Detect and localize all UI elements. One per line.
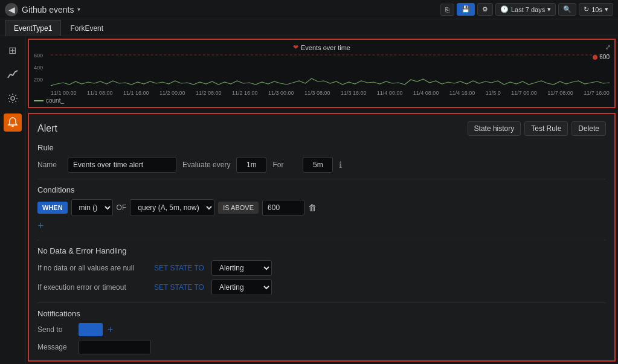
gear-icon: ⚙ [482, 5, 488, 13]
notification-tag [79, 323, 103, 336]
tabs-row: EventType1 ForkEvent [0, 19, 618, 36]
for-input[interactable] [303, 157, 333, 173]
sidebar-icon-bell[interactable] [4, 113, 22, 132]
save-icon: 💾 [462, 5, 470, 13]
conditions-section: Conditions WHEN min () OF query (A, 5m, … [37, 185, 606, 232]
chart-header: ❤ Events over time [34, 43, 610, 51]
chart-body: 600 400 200 600 [34, 53, 610, 89]
message-label: Message [37, 343, 74, 351]
is-above-tag: IS ABOVE [218, 202, 259, 214]
delete-condition-icon[interactable]: 🗑 [308, 203, 317, 212]
no-data-section: No Data & Error Handling If no data or a… [37, 246, 606, 295]
state-select-1[interactable]: Alerting [211, 260, 272, 276]
chart-panel: ❤ Events over time ⤢ 600 400 200 [28, 39, 616, 108]
svg-point-0 [11, 97, 14, 100]
evaluate-label: Evaluate every [182, 161, 230, 169]
state-history-button[interactable]: State history [468, 121, 521, 136]
sidebar-icon-chart[interactable] [4, 65, 22, 83]
refresh-button[interactable]: ↻ 10s ▾ [579, 3, 613, 16]
sidebar: ⊞ [0, 36, 25, 364]
dashboard-title: Github events [22, 5, 74, 14]
time-range-label: Last 7 days [511, 6, 545, 13]
alert-panel: Alert State history Test Rule Delete Rul… [28, 113, 616, 362]
top-bar-left: ◀ Github events ▾ [5, 3, 80, 16]
add-condition-button[interactable]: + [37, 220, 44, 232]
notifications-section: Notifications Send to + Message [37, 309, 606, 354]
threshold-dot [593, 55, 597, 60]
set-state-label-2: SET STATE TO [154, 283, 204, 292]
no-data-text-1: If no data or all values are null [37, 264, 149, 272]
tab-fork-event[interactable]: ForkEvent [61, 20, 112, 36]
query-select[interactable]: query (A, 5m, now) [130, 199, 214, 216]
message-input[interactable] [79, 340, 151, 354]
notifications-label: Notifications [37, 309, 606, 318]
legend-line [34, 100, 43, 101]
for-label: For [272, 161, 297, 169]
time-range-arrow: ▾ [547, 5, 551, 13]
time-range-button[interactable]: 🕐 Last 7 days ▾ [495, 3, 556, 16]
search-icon: 🔍 [563, 5, 571, 13]
sidebar-icon-layers[interactable]: ⊞ [4, 41, 22, 59]
func-select[interactable]: min () [71, 199, 113, 216]
back-button[interactable]: ◀ [5, 3, 18, 16]
section-divider-2 [37, 240, 606, 240]
refresh-icon: ↻ [584, 5, 589, 13]
share-button[interactable]: ⎘ [440, 4, 454, 16]
refresh-arrow: ▾ [605, 5, 608, 13]
when-tag: WHEN [37, 202, 68, 214]
delete-button[interactable]: Delete [571, 121, 606, 136]
legend-label: count_ [46, 97, 64, 104]
state-select-2[interactable]: Alerting [211, 279, 272, 295]
content-area: ❤ Events over time ⤢ 600 400 200 [25, 36, 618, 364]
chart-title: Events over time [301, 44, 350, 51]
tab-event-type1[interactable]: EventType1 [5, 20, 61, 36]
threshold-value: 600 [599, 54, 610, 60]
sidebar-icon-gear[interactable] [4, 89, 22, 107]
no-data-row-1: If no data or all values are null SET ST… [37, 260, 606, 276]
x-axis-labels: 11/1 00:00 11/1 08:00 11/1 16:00 11/2 00… [34, 90, 610, 96]
search-button[interactable]: 🔍 [558, 3, 576, 16]
rule-row: Name Evaluate every For ℹ [37, 157, 606, 173]
no-data-text-2: If execution error or timeout [37, 283, 149, 292]
heart-icon: ❤ [293, 43, 298, 51]
no-data-label: No Data & Error Handling [37, 246, 606, 255]
top-bar-right: ⎘ 💾 ⚙ 🕐 Last 7 days ▾ 🔍 ↻ 10s ▾ [440, 3, 613, 16]
info-icon[interactable]: ℹ [339, 160, 342, 170]
rule-section-label: Rule [37, 143, 606, 152]
refresh-interval: 10s [591, 6, 602, 13]
main: ⊞ ❤ Events over time ⤢ [0, 36, 618, 364]
chart-legend: count_ [34, 97, 610, 104]
threshold-input[interactable] [262, 200, 304, 216]
share-icon: ⎘ [445, 6, 449, 13]
alert-actions: State history Test Rule Delete [468, 121, 606, 136]
test-rule-button[interactable]: Test Rule [524, 121, 568, 136]
section-divider-3 [37, 302, 606, 303]
save-button[interactable]: 💾 [457, 3, 475, 16]
evaluate-input[interactable] [236, 157, 266, 173]
chart-canvas: 600 [51, 53, 610, 89]
of-tag: OF [117, 203, 127, 212]
top-bar: ◀ Github events ▾ ⎘ 💾 ⚙ 🕐 Last 7 days ▾ … [0, 0, 618, 19]
message-row: Message [37, 340, 606, 354]
alert-panel-title: Alert [37, 123, 57, 134]
name-input[interactable] [68, 157, 176, 173]
set-state-label-1: SET STATE TO [154, 264, 204, 272]
send-to-row: Send to + [37, 323, 606, 336]
send-to-label: Send to [37, 325, 74, 334]
settings-button[interactable]: ⚙ [477, 3, 493, 16]
y-axis-labels: 600 400 200 [34, 53, 51, 89]
chart-threshold: 600 [593, 54, 610, 60]
section-divider-1 [37, 179, 606, 179]
alert-panel-header: Alert State history Test Rule Delete [37, 121, 606, 136]
condition-row: WHEN min () OF query (A, 5m, now) IS ABO… [37, 199, 606, 216]
conditions-label: Conditions [37, 185, 606, 194]
no-data-row-2: If execution error or timeout SET STATE … [37, 279, 606, 295]
name-label: Name [37, 161, 62, 169]
clock-icon: 🕐 [500, 5, 509, 13]
dashboard-dropdown-icon[interactable]: ▾ [77, 6, 80, 13]
add-notification-button[interactable]: + [108, 324, 113, 335]
expand-icon[interactable]: ⤢ [605, 43, 611, 51]
